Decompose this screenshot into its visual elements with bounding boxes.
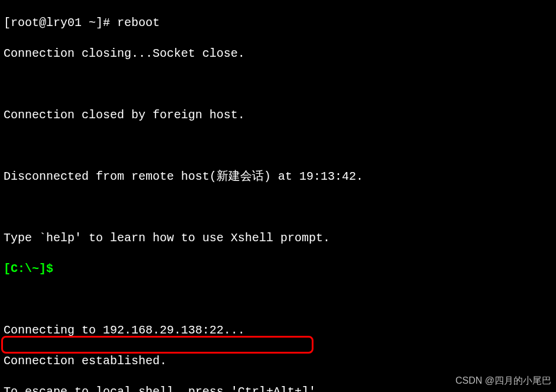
shell-prompt: [root@lry01 ~]# (4, 16, 117, 30)
line-conn-closing: Connection closing...Socket close. (4, 46, 552, 61)
disconnected-post: ) at 19:13:42. (264, 170, 363, 183)
line-escape: To escape to local shell, press 'Ctrl+Al… (4, 384, 552, 392)
line-connecting: Connecting to 192.168.29.138:22... (4, 323, 552, 338)
blank-line (4, 138, 552, 154)
disconnected-pre: Disconnected from remote host( (4, 170, 216, 183)
line-local-prompt: [C:\~]$ (4, 261, 552, 277)
line-conn-closed: Connection closed by foreign host. (4, 108, 552, 123)
line-help: Type `help' to learn how to use Xshell p… (4, 231, 552, 246)
blank-line (4, 77, 552, 92)
line-disconnected: Disconnected from remote host(新建会话) at 1… (4, 169, 552, 184)
line-prompt-reboot: [root@lry01 ~]# reboot (4, 15, 552, 31)
line-established: Connection established. (4, 354, 552, 369)
terminal-output[interactable]: [root@lry01 ~]# reboot Connection closin… (0, 0, 556, 392)
blank-line (4, 200, 552, 215)
blank-line (4, 292, 552, 307)
disconnected-cn: 新建会话 (216, 170, 264, 183)
local-prompt: [C:\~]$ (4, 262, 60, 276)
cmd-reboot: reboot (117, 16, 160, 30)
